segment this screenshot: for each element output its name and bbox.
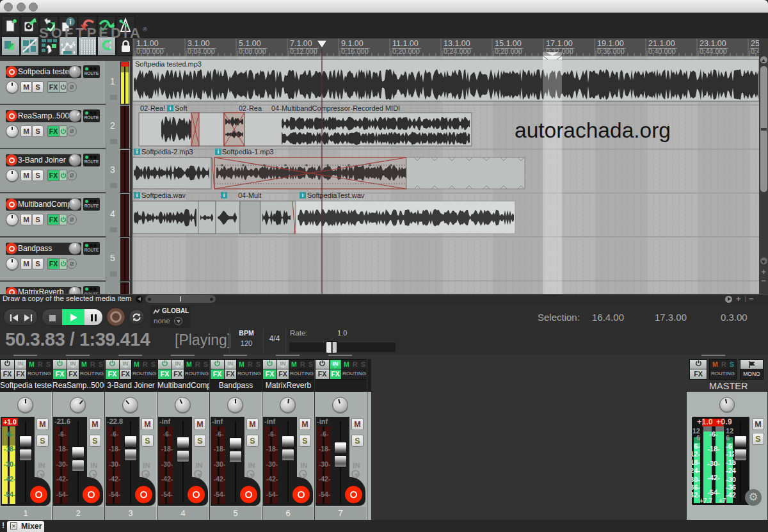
svg-text:i: i: [170, 105, 172, 111]
svg-text:-24: -24: [726, 467, 737, 474]
svg-text:i: i: [302, 192, 304, 198]
svg-text:0:12.000: 0:12.000: [290, 47, 317, 55]
svg-text:Softpedia-2.mp3: Softpedia-2.mp3: [141, 148, 193, 156]
svg-text:+0.9: +0.9: [716, 417, 732, 426]
svg-text:0:04.000: 0:04.000: [188, 47, 215, 55]
svg-text:-36: -36: [726, 483, 736, 491]
svg-text:0:08.000: 0:08.000: [239, 47, 266, 55]
svg-text:SoftpediaTest.wav: SoftpediaTest.wav: [307, 191, 365, 199]
svg-text:0:16.000: 0:16.000: [341, 47, 369, 55]
svg-text:Softpedia tested.mp3: Softpedia tested.mp3: [135, 60, 202, 68]
svg-text:0:40.000: 0:40.000: [648, 47, 676, 55]
svg-text:-6: -6: [726, 442, 732, 450]
svg-text:-42-: -42-: [707, 474, 720, 481]
svg-text:36-: 36-: [692, 483, 700, 491]
svg-text:-30-: -30-: [707, 460, 720, 467]
svg-text:0:36.000: 0:36.000: [597, 47, 625, 55]
svg-text:i: i: [136, 149, 138, 155]
svg-text:i: i: [218, 149, 220, 155]
svg-text:-42: -42: [726, 491, 736, 499]
svg-text:-18-: -18-: [707, 445, 720, 453]
svg-text:6: 6: [726, 434, 730, 442]
svg-text:i: i: [223, 192, 225, 198]
svg-text:+7.7: +7.7: [700, 497, 712, 504]
svg-text:0:20.000: 0:20.000: [392, 47, 420, 55]
svg-text:-6-: -6-: [709, 430, 718, 438]
svg-text:0:44.000: 0:44.000: [700, 47, 727, 55]
svg-text:-30: -30: [726, 476, 736, 483]
svg-text:30-: 30-: [692, 476, 700, 483]
svg-text:+1.0: +1.0: [697, 417, 713, 426]
svg-text:0:24.000: 0:24.000: [444, 47, 471, 55]
svg-text:6-: 6-: [694, 442, 700, 450]
svg-text:04-MultibandCompressor-Recorde: 04-MultibandCompressor-Recorded MIDI: [271, 104, 400, 112]
svg-text:0:48.000: 0:48.000: [751, 47, 759, 55]
svg-text:02-Rea: 02-Rea: [239, 104, 262, 112]
svg-text:Softpedia-1.mp3: Softpedia-1.mp3: [222, 148, 274, 156]
svg-text:12-: 12-: [692, 450, 700, 458]
svg-text:Softpedia.wav: Softpedia.wav: [141, 191, 186, 199]
svg-text:02-Rea!: 02-Rea!: [140, 104, 165, 112]
svg-text:autorachada.org: autorachada.org: [515, 118, 671, 142]
svg-text:0:28.000: 0:28.000: [495, 47, 522, 55]
svg-text:-54-: -54-: [707, 488, 720, 496]
svg-text:i: i: [136, 192, 138, 198]
svg-text:0:00.000: 0:00.000: [136, 47, 164, 55]
svg-text:04-Mult: 04-Mult: [238, 191, 262, 199]
svg-text:6: 6: [696, 434, 700, 442]
svg-text:Soft: Soft: [175, 104, 188, 112]
svg-text:+7: +7: [719, 497, 726, 504]
svg-text:24-: 24-: [692, 467, 700, 474]
svg-text:18-: 18-: [692, 458, 700, 466]
